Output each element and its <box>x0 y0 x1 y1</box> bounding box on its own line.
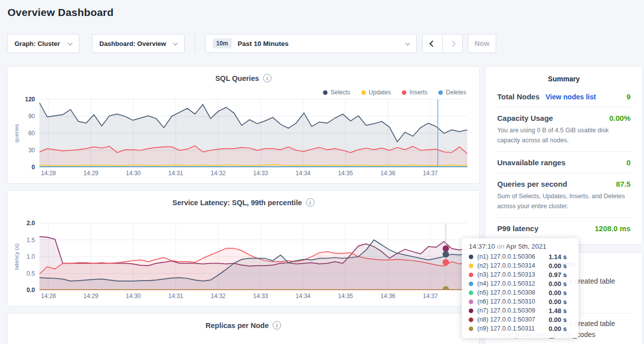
node-address: (n9) 127.0.0.1:50311 <box>477 325 535 332</box>
node-address: (n7) 127.0.0.1:50309 <box>477 307 535 314</box>
node-latency-value: 0.00 s <box>549 280 572 288</box>
p99-latency-label: P99 latency <box>497 224 539 233</box>
svg-text:14:34: 14:34 <box>296 293 311 300</box>
svg-text:14:28: 14:28 <box>41 170 56 177</box>
node-latency-value: 0.00 s <box>549 298 572 306</box>
svg-text:1.5: 1.5 <box>26 237 35 244</box>
chart-title-sql-queries: SQL Queries <box>215 74 259 82</box>
time-forward-button[interactable] <box>442 34 463 53</box>
service-latency-chart[interactable]: 14:2814:2914:3014:3114:3214:3314:3414:35… <box>7 220 469 305</box>
legend-label: Inserts <box>409 89 427 96</box>
legend-dot-icon <box>361 90 366 95</box>
svg-text:14:29: 14:29 <box>83 293 98 300</box>
node-latency-value: 0.00 s <box>549 325 572 333</box>
now-label: Now <box>475 39 490 47</box>
legend-label: Deletes <box>446 89 466 96</box>
svg-text:0: 0 <box>31 164 35 171</box>
qps-desc: Sum of Selects, Updates, Inserts, and De… <box>497 191 631 211</box>
svg-text:14:32: 14:32 <box>211 293 226 300</box>
tooltip-time: 14:37:10 <box>469 243 495 250</box>
svg-text:queries: queries <box>13 124 19 143</box>
summary-row-unavailable: Unavailable ranges 0 <box>497 152 631 173</box>
tooltip-node-row: (n3) 127.0.0.1:503130.97 s <box>469 270 572 279</box>
tooltip-node-row: (n1) 127.0.0.1:503061.14 s <box>469 252 572 261</box>
dashboard-label: Dashboard: Overview <box>99 40 166 47</box>
node-color-dot-icon <box>469 273 473 277</box>
tooltip-node-row: (n4) 127.0.0.1:503120.00 s <box>469 279 572 288</box>
svg-text:14:28: 14:28 <box>41 293 56 300</box>
sql-queries-card: SQL Queries i SelectsUpdatesInsertsDelet… <box>7 66 480 184</box>
svg-text:14:29: 14:29 <box>83 170 98 177</box>
node-latency-value: 1.14 s <box>549 253 572 261</box>
node-latency-value: 1.48 s <box>549 307 572 315</box>
chart-title-replicas: Replicas per Node <box>206 322 269 330</box>
node-color-dot-icon <box>469 264 473 268</box>
sql-queries-chart[interactable]: 14:2814:2914:3014:3114:3214:3314:3414:35… <box>7 96 469 181</box>
info-icon[interactable]: i <box>306 198 315 207</box>
sql-chart-legend: SelectsUpdatesInsertsDeletes <box>323 89 466 96</box>
chevron-left-icon <box>429 40 436 47</box>
node-address: (n6) 127.0.0.1:50310 <box>477 298 535 305</box>
info-icon[interactable]: i <box>263 74 272 82</box>
legend-item-selects[interactable]: Selects <box>323 89 350 96</box>
node-color-dot-icon <box>469 309 473 313</box>
svg-text:0.0: 0.0 <box>26 287 35 294</box>
chart-title-service-latency: Service Latency: SQL, 99th percentile <box>172 199 302 207</box>
summary-row-capacity: Capacity Usage 0.00% You are using 0 B o… <box>497 107 631 152</box>
service-latency-card: Service Latency: SQL, 99th percentile i … <box>7 190 480 307</box>
time-back-button[interactable] <box>422 34 443 53</box>
node-color-dot-icon <box>469 291 473 295</box>
summary-title: Summary <box>485 66 643 86</box>
svg-text:14:36: 14:36 <box>380 293 395 300</box>
node-latency-value: 0.00 s <box>549 316 572 324</box>
tooltip-node-row: (n8) 127.0.0.1:503070.00 s <box>469 315 572 324</box>
graph-scope-label: Graph: Cluster <box>14 40 60 47</box>
capacity-label: Capacity Usage <box>497 114 553 122</box>
tooltip-node-row: (n7) 127.0.0.1:503091.48 s <box>469 306 572 315</box>
svg-text:14:34: 14:34 <box>296 170 311 177</box>
node-latency-value: 0.97 s <box>549 271 572 279</box>
node-address: (n4) 127.0.0.1:50312 <box>477 280 535 287</box>
node-address: (n8) 127.0.0.1:50307 <box>477 316 535 323</box>
total-nodes-value: 9 <box>627 92 631 101</box>
node-color-dot-icon <box>469 300 473 304</box>
divider <box>195 34 195 52</box>
tooltip-node-row: (n6) 127.0.0.1:503100.00 s <box>469 297 572 306</box>
svg-text:14:30: 14:30 <box>126 293 141 300</box>
chevron-right-icon <box>449 40 456 47</box>
unavailable-ranges-label: Unavailable ranges <box>497 158 566 167</box>
view-nodes-list-link[interactable]: View nodes list <box>546 93 596 101</box>
svg-text:14:32: 14:32 <box>211 170 226 177</box>
qps-label: Queries per second <box>497 180 567 188</box>
dashboard-dropdown[interactable]: Dashboard: Overview <box>92 34 185 53</box>
tooltip-node-row: (n9) 127.0.0.1:503110.00 s <box>469 324 572 333</box>
time-range-dropdown[interactable]: 10m Past 10 Minutes <box>205 34 417 53</box>
summary-row-total-nodes: Total Nodes View nodes list 9 <box>497 86 631 107</box>
svg-text:2.0: 2.0 <box>26 220 35 227</box>
summary-panel: Summary Total Nodes View nodes list 9 Ca… <box>485 66 643 245</box>
svg-text:14:33: 14:33 <box>253 293 268 300</box>
legend-item-inserts[interactable]: Inserts <box>402 89 427 96</box>
replicas-per-node-card: Replicas per Node i <box>7 313 480 344</box>
svg-text:1.0: 1.0 <box>26 253 35 260</box>
legend-item-deletes[interactable]: Deletes <box>438 89 466 96</box>
legend-label: Updates <box>369 89 391 96</box>
svg-text:14:36: 14:36 <box>380 170 395 177</box>
svg-text:14:31: 14:31 <box>168 170 183 177</box>
legend-item-updates[interactable]: Updates <box>361 89 391 96</box>
chevron-down-icon <box>68 40 73 45</box>
tooltip-node-row: (n5) 127.0.0.1:503080.00 s <box>469 288 572 297</box>
tooltip-sep: on <box>497 243 504 250</box>
svg-text:14:31: 14:31 <box>168 293 183 300</box>
graph-scope-dropdown[interactable]: Graph: Cluster <box>7 34 79 53</box>
qps-value: 87.5 <box>616 180 631 188</box>
svg-text:14:35: 14:35 <box>338 170 353 177</box>
node-color-dot-icon <box>469 255 473 259</box>
info-icon[interactable]: i <box>273 321 281 330</box>
svg-text:120: 120 <box>25 96 35 103</box>
legend-dot-icon <box>438 90 443 95</box>
svg-text:14:30: 14:30 <box>126 170 141 177</box>
unavailable-ranges-value: 0 <box>627 158 631 167</box>
capacity-value: 0.00% <box>609 114 631 122</box>
now-button[interactable]: Now <box>468 34 496 53</box>
